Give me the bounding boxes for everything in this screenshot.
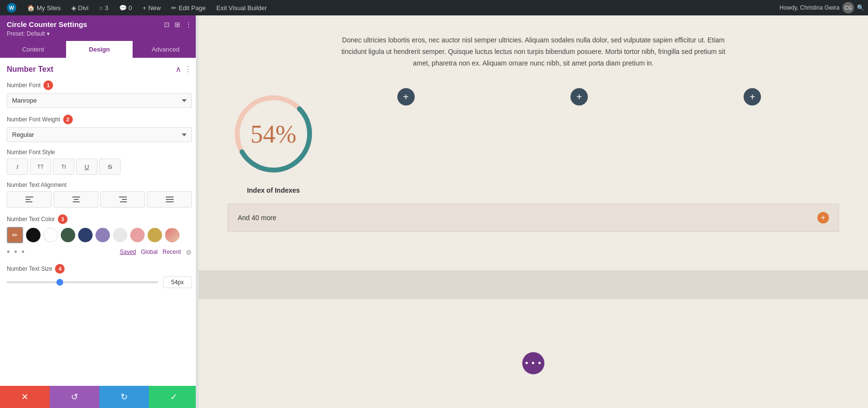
bottom-bar: ✕ ↺ ↻ ✓ [0,386,199,408]
canvas-footer [199,270,868,299]
slider-thumb[interactable] [56,279,63,286]
redo-button[interactable]: ↻ [99,386,149,408]
redo-icon: ↻ [121,392,128,402]
number-font-weight-label: Number Font Weight 2 [7,115,192,124]
new-link[interactable]: + New [140,0,164,15]
comments-count[interactable]: ○ 3 [96,0,111,15]
tab-content[interactable]: Content [0,41,66,58]
more-icon[interactable]: ⋮ [185,21,192,28]
edit-icon: ✏ [171,4,176,12]
top-bar: W 🏠 My Sites ◈ Divi ○ 3 💬 0 + New ✏ Edit… [0,0,868,15]
capitalize-button[interactable]: Tt [53,158,74,175]
undo-icon: ↺ [71,392,78,402]
svg-rect-8 [120,201,127,202]
underline-button[interactable]: U [76,158,97,175]
wp-logo[interactable]: W [4,0,19,15]
color-swatch-green[interactable] [61,228,75,242]
number-text-size-label: Number Text Size 4 [7,264,192,274]
save-icon: ✓ [170,392,177,402]
save-button[interactable]: ✓ [149,386,199,408]
align-justify-button[interactable] [147,191,192,208]
recent-colors-link[interactable]: Recent [163,249,181,256]
color-settings-icon[interactable]: ⚙ [186,249,192,256]
align-right-button[interactable] [100,191,145,208]
wordpress-icon: W [7,3,16,13]
italic-button[interactable]: I [7,158,28,175]
number-font-weight-group: Number Font Weight 2 Regular Bold Light [7,115,192,142]
active-color-swatch[interactable]: ✏ [7,227,23,243]
my-sites-link[interactable]: 🏠 My Sites [24,0,64,15]
divi-icon: ◈ [71,4,76,12]
saved-colors-link[interactable]: Saved [120,249,136,256]
color-swatch-pink[interactable] [130,228,145,242]
svg-rect-7 [122,199,127,200]
step-1-badge: 1 [43,80,53,90]
edit-page-link[interactable]: ✏ Edit Page [168,0,208,15]
comments-link[interactable]: 💬 0 [116,0,135,15]
preset-selector[interactable]: Preset: Default [7,30,192,37]
number-text-size-group: Number Text Size 4 54px [7,264,192,288]
search-icon[interactable]: 🔍 [857,4,864,11]
step-2-badge: 2 [63,115,73,124]
color-swatch-navy[interactable] [78,228,93,242]
divi-link[interactable]: ◈ Divi [68,0,92,15]
color-swatch-light[interactable] [113,228,127,242]
step-3-badge: 3 [58,214,68,224]
columns-icon[interactable]: ⊞ [175,21,180,28]
color-links: Saved Global Recent ⚙ [120,249,192,256]
plus-spacer-2: + [492,88,665,105]
more-colors-icon[interactable]: • • • [7,247,26,257]
slider-fill [7,281,60,283]
color-swatch-black[interactable] [26,228,41,242]
and-more-add-button[interactable]: + [817,212,829,224]
section-header: Number Text ∧ ⋮ [7,65,192,74]
collapse-icon[interactable]: ∧ [176,65,181,74]
color-more-row: • • • Saved Global Recent ⚙ [7,247,192,257]
uppercase-button[interactable]: TT [30,158,51,175]
counter-row: 54% Index of Indexes + + + [228,88,839,194]
align-center-button[interactable] [54,191,98,208]
svg-rect-1 [26,199,30,200]
color-swatch-gradient[interactable] [165,228,179,242]
font-weight-select[interactable]: Regular Bold Light [7,127,192,142]
section-title: Number Text [7,65,54,74]
color-swatch-white[interactable] [43,228,58,242]
font-select[interactable]: Manrope Open Sans Lato Roboto [7,93,192,108]
strikethrough-button[interactable]: S [99,158,121,175]
resize-icon[interactable]: ⊡ [164,21,170,28]
add-counter-button-1[interactable]: + [397,88,415,105]
and-more-bar: And 40 more + [228,204,839,232]
tab-advanced[interactable]: Advanced [133,41,199,58]
number-font-style-group: Number Font Style I TT Tt U S [7,149,192,175]
step-4-badge: 4 [55,264,65,274]
avatar[interactable]: CG [842,2,854,13]
global-colors-link[interactable]: Global [141,249,158,256]
floating-menu-button[interactable]: • • • [522,352,544,374]
style-buttons: I TT Tt U S [7,158,192,175]
number-font-group: Number Font 1 Manrope Open Sans Lato Rob… [7,80,192,108]
number-font-style-label: Number Font Style [7,149,192,156]
undo-button[interactable]: ↺ [50,386,99,408]
number-text-alignment-label: Number Text Alignment [7,182,192,188]
color-swatch-lavender[interactable] [95,228,110,242]
cancel-button[interactable]: ✕ [0,386,50,408]
svg-rect-6 [119,197,127,197]
section-options-icon[interactable]: ⋮ [184,65,192,74]
svg-rect-11 [166,201,174,202]
panel-header: Circle Counter Settings ⊡ ⊞ ⋮ Preset: De… [0,15,199,41]
add-counter-button-3[interactable]: + [744,88,761,105]
svg-rect-2 [26,201,32,202]
circle-svg-wrap: 54% [228,88,319,180]
svg-rect-3 [72,197,80,197]
tab-design[interactable]: Design [66,41,132,58]
align-buttons [7,191,192,208]
size-value-input[interactable]: 54px [163,276,192,288]
svg-rect-0 [26,197,33,197]
canvas-area: Donec ultricies lobortis eros, nec aucto… [199,15,868,408]
exit-builder-link[interactable]: Exit Visual Builder [214,0,270,15]
circle-counter: 54% Index of Indexes [228,88,319,194]
add-counter-button-2[interactable]: + [570,88,588,105]
size-slider-track[interactable] [7,281,158,283]
align-left-button[interactable] [7,191,52,208]
color-swatch-gold[interactable] [148,228,162,242]
